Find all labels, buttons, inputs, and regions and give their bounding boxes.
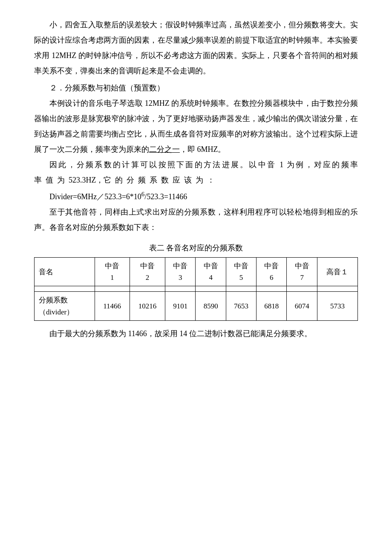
main-content: 小，四舍五入取整后的误差较大；假设时钟频率过高，虽然误差变小，但分频数将变大。实… — [34, 17, 358, 341]
section-title: ２．分频系数与初始值（预置数） — [34, 80, 358, 96]
underline-text: 二分之一 — [149, 145, 180, 154]
cell-val-3: 9101 — [165, 292, 196, 320]
cell-val-5: 7653 — [226, 292, 256, 320]
cell-val-7: 6074 — [287, 292, 317, 320]
col-header-mid3: 中音3 — [165, 258, 196, 286]
cell-val-4: 8590 — [196, 292, 226, 320]
divider-6 — [257, 286, 287, 292]
table-data-row: 分频系数（divider） 11466 10216 9101 8590 7653… — [35, 292, 358, 320]
col-header-mid7: 中音7 — [287, 258, 317, 286]
col-header-name: 音名 — [35, 258, 95, 286]
paragraph-4: 因此，分频系数的计算可以按照下面的方法进展。以中音 1 为例，对应的频率率 值 … — [34, 157, 358, 188]
col-header-high1: 高音１ — [317, 258, 357, 286]
cell-val-6: 6818 — [257, 292, 287, 320]
divider-2 — [130, 286, 165, 292]
divider-3 — [165, 286, 196, 292]
row-freq-label: 分频系数（divider） — [35, 292, 95, 320]
divider-label — [35, 286, 95, 292]
cell-val-8: 5733 — [317, 292, 357, 320]
divider-7 — [287, 286, 317, 292]
cell-val-1: 11466 — [95, 292, 130, 320]
col-header-mid4: 中音4 — [196, 258, 226, 286]
footer-paragraph: 由于最大的分频系数为 11466，故采用 14 位二进制计数器已能满足分频要求。 — [34, 326, 358, 341]
table-header-row: 音名 中音1 中音2 中音3 中音4 中音5 中音6 中音7 高音１ — [35, 258, 358, 286]
col-header-mid6: 中音6 — [257, 258, 287, 286]
divider-4 — [196, 286, 226, 292]
frequency-table: 音名 中音1 中音2 中音3 中音4 中音5 中音6 中音7 高音１ — [34, 257, 358, 321]
col-header-mid1: 中音1 — [95, 258, 130, 286]
divider-8 — [317, 286, 357, 292]
divider-5 — [226, 286, 256, 292]
formula-line: Divider=6MHz／523.3=6*106/523.3=11466 — [49, 188, 358, 204]
cell-val-2: 10216 — [130, 292, 165, 320]
table-caption: 表二 各音名对应的分频系数 — [34, 240, 358, 256]
paragraph-1: 小，四舍五入取整后的误差较大；假设时钟频率过高，虽然误差变小，但分频数将变大。实… — [34, 17, 358, 78]
paragraph-3: 本例设计的音乐电子琴选取 12MHZ 的系统时钟频率。在数控分频器模块中，由于数… — [34, 96, 358, 157]
divider-1 — [95, 286, 130, 292]
table-divider-row — [35, 286, 358, 292]
paragraph-6: 至于其他音符，同样由上式求出对应的分频系数，这样利用程序可以轻松地得到相应的乐声… — [34, 204, 358, 235]
col-header-mid5: 中音5 — [226, 258, 256, 286]
col-header-mid2: 中音2 — [130, 258, 165, 286]
